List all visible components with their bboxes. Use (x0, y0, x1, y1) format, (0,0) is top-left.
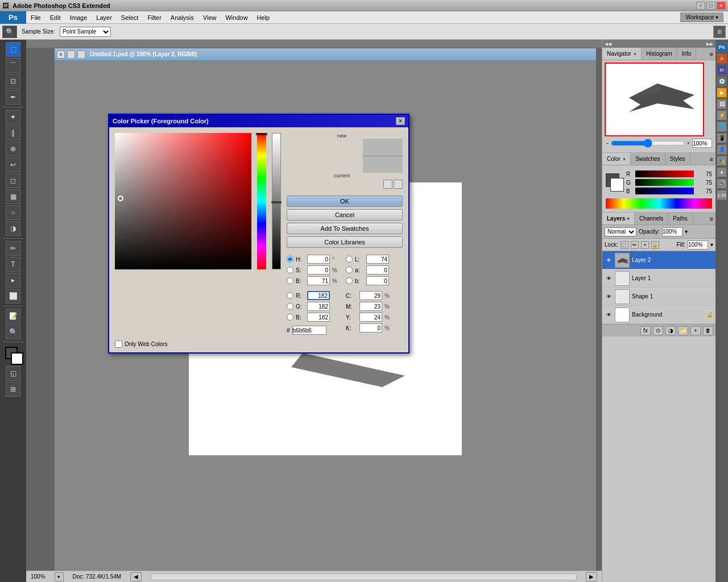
notes-tool[interactable]: 📝 (6, 309, 20, 323)
scroll-left[interactable]: ◀ (130, 572, 142, 581)
layers-menu-icon[interactable]: ≡ (708, 213, 715, 225)
healing-brush-tool[interactable]: ✦ (6, 110, 20, 124)
r-radio[interactable] (287, 292, 293, 299)
ok-button[interactable]: OK (287, 196, 403, 207)
menu-help[interactable]: Help (253, 13, 275, 22)
menu-view[interactable]: View (198, 13, 221, 22)
dodge-tool[interactable]: ◑ (6, 221, 20, 236)
icon7[interactable]: ⚡ (717, 110, 727, 120)
in-icon[interactable]: In (717, 65, 727, 75)
nav-menu-icon[interactable]: ≡ (708, 48, 715, 60)
b3-input[interactable] (366, 276, 389, 285)
b3-radio[interactable] (346, 277, 353, 284)
opacity-input[interactable] (662, 227, 682, 236)
ps-icon[interactable]: Ps (717, 42, 727, 52)
l-radio[interactable] (346, 256, 353, 263)
menu-select[interactable]: Select (117, 13, 143, 22)
zoom-slider[interactable] (611, 140, 684, 146)
quick-mask-btn[interactable]: ◱ (6, 366, 20, 381)
a-radio[interactable] (346, 267, 353, 273)
crop-tool[interactable]: ⊡ (6, 74, 20, 89)
layer-row-layer1[interactable]: 👁 Layer 1 (602, 269, 715, 288)
lasso-tool[interactable]: ⌒ (6, 58, 20, 73)
history-brush-tool[interactable]: ↩ (6, 157, 20, 172)
tab-channels[interactable]: Channels (635, 213, 668, 225)
opacity-strip[interactable] (272, 133, 281, 269)
color-picker-close[interactable]: × (396, 117, 405, 125)
tab-navigator[interactable]: Navigator × (602, 48, 642, 60)
bval-input[interactable] (307, 276, 330, 285)
dvd-icon[interactable]: 💿 (717, 76, 727, 86)
blur-tool[interactable]: ○ (6, 205, 20, 220)
panel-collapse-left[interactable]: ◀◀ (605, 41, 611, 47)
only-web-colors-checkbox[interactable] (115, 340, 122, 348)
layer2-visibility[interactable]: 👁 (605, 256, 613, 264)
tab-swatches[interactable]: Swatches (631, 153, 665, 165)
hue-strip[interactable] (257, 133, 266, 269)
a-input[interactable] (366, 265, 389, 275)
h-input[interactable] (307, 255, 330, 264)
tab-layers[interactable]: Layers × (602, 213, 635, 225)
l-input[interactable] (366, 255, 389, 264)
layer1-visibility[interactable]: 👁 (605, 275, 613, 282)
menu-edit[interactable]: Edit (46, 13, 65, 22)
shape1-visibility[interactable]: 👁 (605, 293, 613, 301)
color-menu-icon[interactable]: ≡ (708, 153, 715, 165)
menu-layer[interactable]: Layer (92, 13, 117, 22)
tab-color[interactable]: Color × (602, 153, 631, 165)
screen-mode-button[interactable]: ⊞ (713, 26, 726, 38)
zoom-out-icon[interactable]: − (606, 140, 609, 146)
ai-icon[interactable]: A (717, 53, 727, 64)
workspace-button[interactable]: Workspace ▾ (680, 13, 723, 22)
scroll-right[interactable]: ▶ (586, 572, 597, 581)
h-radio[interactable] (287, 256, 293, 263)
zoom-in-icon[interactable]: + (687, 140, 690, 146)
y-input[interactable] (359, 313, 382, 322)
panel-collapse-right[interactable]: ▶▶ (706, 41, 713, 47)
layer-group-btn[interactable]: 📁 (678, 326, 688, 335)
nav-close-icon[interactable]: × (634, 51, 636, 57)
hex-del-btn[interactable] (394, 180, 403, 189)
layer-mask-btn[interactable]: ⊙ (653, 326, 663, 335)
fg-bg-colors[interactable] (3, 344, 23, 365)
close-button[interactable]: ✕ (717, 2, 726, 10)
sample-size-select[interactable]: Point Sample 3 by 3 Average 5 by 5 Avera… (60, 27, 111, 37)
color-close-icon[interactable]: × (623, 156, 626, 162)
layer-del-btn[interactable]: 🗑 (703, 326, 713, 335)
hex-input[interactable] (292, 326, 326, 335)
k-input[interactable] (359, 323, 382, 332)
b2-cp-input[interactable] (307, 313, 330, 322)
zoom-tool[interactable]: 🔍 (6, 325, 20, 339)
shape-tool[interactable]: ⬜ (6, 289, 20, 304)
canvas-close-btn[interactable]: × (57, 51, 65, 59)
layer-row-layer2[interactable]: 👁 Layer 2 (602, 251, 715, 269)
tab-paths[interactable]: Paths (668, 213, 693, 225)
pen-tool[interactable]: ✏ (6, 241, 20, 256)
blend-mode-select[interactable]: Normal Multiply Screen (605, 227, 636, 236)
tab-info[interactable]: Info (677, 48, 697, 60)
path-selection-tool[interactable]: ▸ (6, 273, 20, 288)
text-tool[interactable]: T (6, 257, 20, 272)
icon9[interactable]: 📱 (717, 133, 727, 143)
color-spectrum[interactable] (606, 198, 712, 209)
bg-swatch[interactable] (610, 178, 624, 192)
zoom-menu[interactable]: ▾ (55, 572, 64, 581)
color-gradient-area[interactable] (115, 133, 251, 269)
zoom-input[interactable] (692, 139, 712, 148)
eraser-tool[interactable]: ◻ (6, 173, 20, 188)
layer-fx-btn[interactable]: fx (640, 326, 651, 335)
lock-all-btn[interactable]: 🔒 (651, 241, 659, 249)
bg-visibility[interactable]: 👁 (605, 311, 613, 319)
background-color[interactable] (11, 352, 23, 365)
layer-row-background[interactable]: 👁 Background 🔒 (602, 306, 715, 324)
minimize-button[interactable]: − (696, 2, 705, 10)
maximize-button[interactable]: □ (706, 2, 715, 10)
icon10[interactable]: 👤 (717, 144, 727, 155)
b2-radio[interactable] (287, 314, 293, 321)
eyedropper-tool-left[interactable]: ✒ (6, 90, 20, 105)
canvas-min-btn[interactable] (67, 51, 75, 59)
g-cp-input[interactable] (307, 302, 330, 311)
icon6[interactable]: 🖼 (717, 99, 727, 109)
fill-input[interactable] (688, 240, 708, 250)
cancel-button[interactable]: Cancel (287, 209, 403, 221)
